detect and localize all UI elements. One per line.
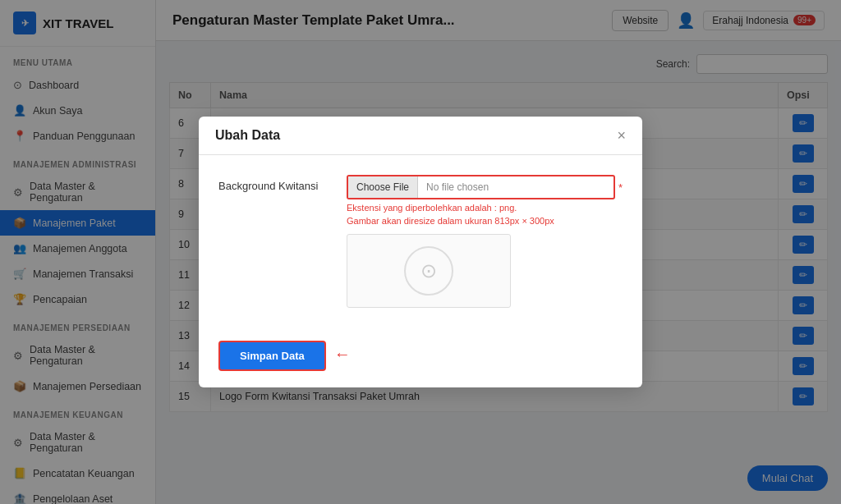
modal-overlay: Ubah Data × Background Kwitansi Choose F… xyxy=(0,0,841,504)
file-name-display: No file chosen xyxy=(418,176,614,198)
modal-header: Ubah Data × xyxy=(199,117,642,155)
field-label: Background Kwitansi xyxy=(218,175,333,192)
file-control: Choose File No file chosen * Ekstensi ya… xyxy=(347,175,623,308)
file-input-wrapper: Choose File No file chosen xyxy=(347,175,615,199)
save-button[interactable]: Simpan Data xyxy=(218,341,326,371)
modal-footer: Simpan Data ← xyxy=(199,337,642,387)
file-hint-1: Ekstensi yang diperbolehkan adalah : png… xyxy=(347,203,623,213)
arrow-indicator: ← xyxy=(334,345,351,364)
choose-file-button[interactable]: Choose File xyxy=(348,176,418,198)
background-kwitansi-row: Background Kwitansi Choose File No file … xyxy=(218,175,623,308)
modal-body: Background Kwitansi Choose File No file … xyxy=(199,155,642,337)
modal-dialog: Ubah Data × Background Kwitansi Choose F… xyxy=(199,117,642,387)
preview-circle: ⊙ xyxy=(404,246,453,296)
image-preview-box: ⊙ xyxy=(347,234,511,308)
modal-close-button[interactable]: × xyxy=(617,128,626,143)
required-star: * xyxy=(618,181,623,194)
file-hint-2: Gambar akan diresize dalam ukuran 813px … xyxy=(347,216,623,226)
modal-title: Ubah Data xyxy=(215,128,280,143)
